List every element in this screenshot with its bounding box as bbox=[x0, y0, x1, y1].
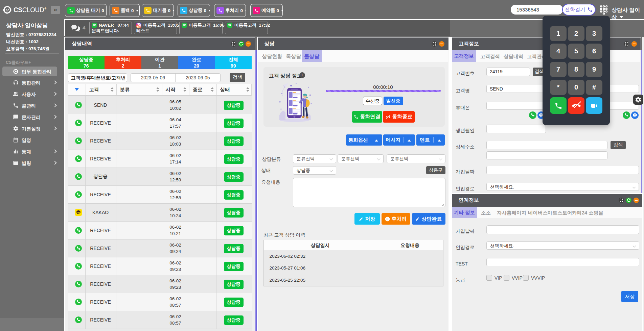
svg-text:TALK: TALK bbox=[77, 212, 80, 213]
